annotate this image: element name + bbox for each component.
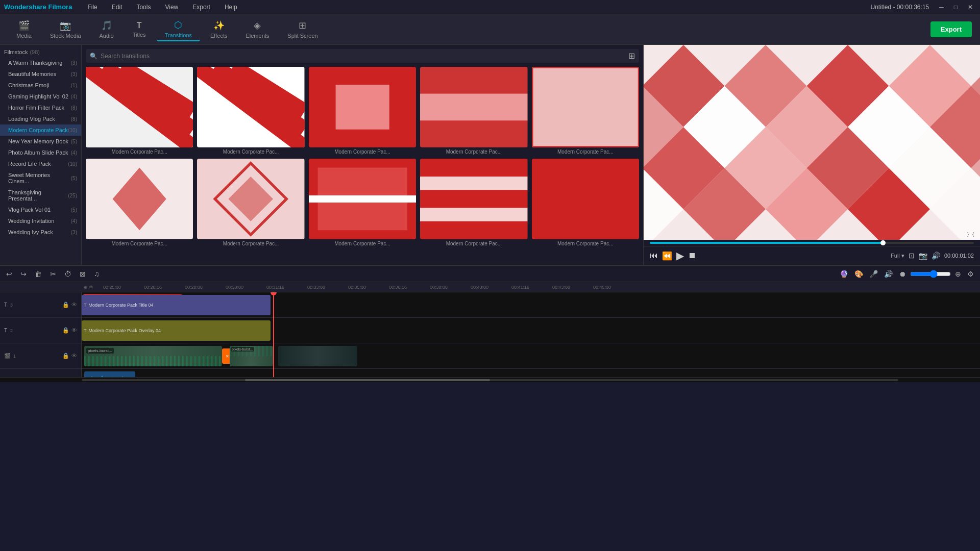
maximize-btn[interactable]: □ (951, 3, 961, 12)
transition-item-7[interactable]: Modern Corporate Pac... (197, 159, 304, 246)
frame-back-button[interactable]: ⏪ (662, 251, 672, 261)
color-btn[interactable]: 🎨 (852, 269, 865, 279)
close-btn[interactable]: ✕ (965, 3, 976, 12)
beautiful-memories-count: (3) (71, 71, 77, 77)
filmstock-count: (98) (30, 49, 40, 55)
track-1-num: 1 (13, 354, 16, 359)
toolbar-audio[interactable]: 🎵 Audio (91, 18, 122, 41)
modern-corporate-count: (10) (68, 128, 77, 133)
transition-item-1[interactable]: Modern Corporate Pac... (86, 67, 193, 155)
transition-item-9[interactable]: Modern Corporate Pac... (420, 159, 527, 246)
screen-record-button[interactable]: ⏺ (897, 269, 908, 279)
transition-item-6[interactable]: Modern Corporate Pac... (86, 159, 193, 246)
audio-detach-button[interactable]: ♫ (92, 269, 102, 279)
title-display: Untitled - 00:00:36:15 (867, 3, 932, 12)
scrubber-handle[interactable] (880, 240, 886, 245)
sidebar-item-wedding-invitation[interactable]: Wedding Invitation (4) (0, 215, 81, 227)
speed-button[interactable]: ⏱ (62, 269, 74, 279)
transition-label-7: Modern Corporate Pac... (197, 241, 304, 246)
clip-overlay[interactable]: T Modern Corporate Pack Overlay 04 (82, 320, 271, 341)
track-3-lock[interactable]: 🔒 (62, 302, 69, 308)
fit-button[interactable]: ⊡ (909, 252, 915, 260)
grid-view-button[interactable]: ⊞ (628, 51, 635, 61)
track-1-eye[interactable]: 👁 (71, 353, 77, 359)
transition-item-4[interactable]: Modern Corporate Pac... (420, 67, 527, 155)
menu-file[interactable]: File (84, 3, 100, 12)
titles-icon: T (137, 21, 142, 30)
delete-button[interactable]: 🗑 (33, 269, 44, 279)
menu-export[interactable]: Export (189, 3, 213, 12)
track-3-icon: T (4, 302, 7, 308)
transition-item-10[interactable]: Modern Corporate Pac... (532, 159, 639, 246)
toolbar-split[interactable]: ⊞ Split Screen (279, 18, 326, 41)
stop-button[interactable]: ⏹ (688, 251, 696, 260)
video-clip-1[interactable]: pixels-burst... (84, 346, 222, 366)
toolbar-transitions[interactable]: ⬡ Transitions (157, 17, 200, 41)
step-back-button[interactable]: ⏮ (650, 251, 658, 260)
sidebar-item-loading-vlog[interactable]: Loading Vlog Pack (8) (0, 113, 81, 124)
sidebar-item-horror-film[interactable]: Horror Film Filter Pack (8) (0, 102, 81, 113)
play-button[interactable]: ▶ (676, 249, 684, 262)
transitions-content: 🔍 ⊞ Modern Corporate Pac... (82, 45, 643, 265)
sidebar-item-thanksgiving[interactable]: Thanksgiving Presentat... (25) (0, 187, 81, 204)
mic-button[interactable]: 🎤 (867, 269, 880, 279)
sidebar-item-sweet-memories[interactable]: Sweet Memories Cinem... (5) (0, 169, 81, 187)
sidebar-item-warm-thanksgiving[interactable]: A Warm Thanksgiving (3) (0, 57, 81, 68)
zoom-in-button[interactable]: ⊕ (953, 269, 963, 279)
split-button[interactable]: ⊠ (78, 269, 88, 279)
track-1-icon: 🎬 (4, 353, 10, 359)
toolbar-media[interactable]: 🎬 Media (8, 18, 40, 41)
transition-item-2[interactable]: Modern Corporate Pac... (197, 67, 304, 155)
sidebar-item-photo-album[interactable]: Photo Album Slide Pack (4) (0, 147, 81, 158)
timeline-toolbar: ↩ ↪ 🗑 ✂ ⏱ ⊠ ♫ 🔮 🎨 🎤 🔊 ⏺ ⊕ ⚙ (0, 266, 980, 282)
sidebar-item-new-year[interactable]: New Year Memory Book (5) (0, 136, 81, 147)
horizontal-scrollbar-track[interactable] (82, 379, 898, 381)
track-1-lock[interactable]: 🔒 (62, 353, 69, 359)
menu-tools[interactable]: Tools (133, 3, 154, 12)
video-clip-3[interactable] (278, 346, 357, 366)
screenshot-button[interactable]: 📷 (919, 252, 927, 260)
transition-item-3[interactable]: Modern Corporate Pac... (309, 67, 416, 155)
export-button[interactable]: Export (930, 21, 972, 37)
clip-title[interactable]: T Modern Corporate Pack Title 04 (82, 295, 271, 315)
sidebar-item-vlog-pack[interactable]: Vlog Pack Vol 01 (5) (0, 204, 81, 215)
track-3-eye[interactable]: 👁 (71, 302, 77, 308)
track-2-eye[interactable]: 👁 (71, 327, 77, 334)
sidebar-item-gaming-highlight[interactable]: Gaming Highlight Vol 02 (4) (0, 91, 81, 102)
speaker-button[interactable]: 🔊 (882, 269, 895, 279)
toolbar-effects[interactable]: ✨ Effects (202, 18, 235, 41)
cut-button[interactable]: ✂ (48, 269, 58, 279)
transition-thumb-10 (532, 159, 639, 239)
audio-clip[interactable] (84, 371, 135, 377)
volume-icon[interactable]: 🔊 (932, 252, 940, 260)
menu-view[interactable]: View (162, 3, 181, 12)
track-label-audio: 🎵 1 🔒 🔇 (0, 369, 81, 377)
toolbar-titles[interactable]: T Titles (124, 19, 155, 40)
transition-item-5[interactable]: Modern Corporate Pac... (532, 67, 639, 155)
zoom-slider[interactable] (910, 270, 951, 278)
menu-edit[interactable]: Edit (109, 3, 126, 12)
sidebar-item-beautiful-memories[interactable]: Beautiful Memories (3) (0, 68, 81, 80)
settings-button[interactable]: ⚙ (965, 269, 976, 279)
transitions-grid: Modern Corporate Pac... Modern Corporate… (86, 67, 639, 246)
search-input[interactable] (101, 53, 625, 60)
track-2-lock[interactable]: 🔒 (62, 327, 69, 334)
toolbar-stock[interactable]: 📷 Stock Media (42, 18, 89, 41)
track-row-audio: 🦋 Butterfly (82, 369, 980, 377)
sidebar-item-wedding-ivy[interactable]: Wedding Ivy Pack (3) (0, 227, 81, 238)
transition-item-8[interactable]: Modern Corporate Pac... (309, 159, 416, 246)
menu-help[interactable]: Help (222, 3, 240, 12)
horizontal-scrollbar-thumb[interactable] (245, 379, 490, 381)
redo-button[interactable]: ↪ (18, 269, 29, 279)
undo-button[interactable]: ↩ (4, 269, 14, 279)
toolbar-elements[interactable]: ◈ Elements (237, 18, 277, 41)
sidebar-item-modern-corporate[interactable]: Modern Corporate Pack (10) (0, 124, 81, 136)
video-clip-2[interactable]: pixels-burst... (230, 346, 273, 366)
sidebar-item-christmas-emoji[interactable]: Christmas Emoji (1) (0, 80, 81, 91)
minimize-btn[interactable]: ─ (936, 3, 947, 12)
quality-selector[interactable]: Full ▾ (891, 253, 904, 259)
overlay-clip-icon: T (84, 328, 87, 333)
magnet-button[interactable]: 🔮 (838, 269, 850, 279)
sidebar-item-record-life[interactable]: Record Life Pack (10) (0, 158, 81, 169)
transition-thumb-3 (309, 67, 416, 147)
